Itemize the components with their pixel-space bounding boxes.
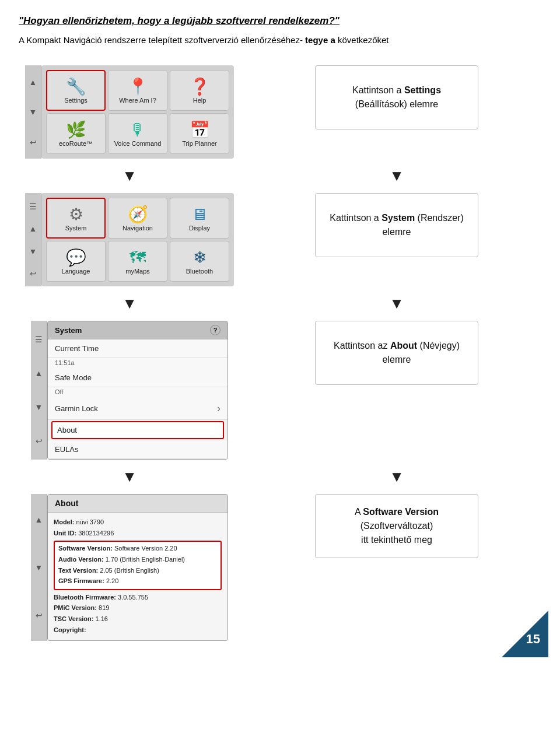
back-icon[interactable]: ↩ bbox=[30, 138, 37, 146]
arrow-up-3-icon[interactable]: ▲ bbox=[35, 369, 43, 377]
voice-icon: 🎙 bbox=[130, 122, 146, 138]
menu-item-settings[interactable]: 🔧 Settings bbox=[46, 70, 106, 111]
menu-item-bluetooth[interactable]: ❄ Bluetooth bbox=[170, 241, 229, 282]
step-2-right: Kattintson a System (Rendszer) elemre bbox=[240, 193, 541, 257]
display-icon: 🖥 bbox=[191, 206, 208, 223]
about-gps-firmware: GPS Firmware: 2.20 bbox=[58, 576, 217, 587]
settings-list-frame: System ? Current Time 11:51a Safe Mode O… bbox=[47, 321, 228, 460]
step-4-row: ▲ ▼ ↩ About Model: nüvi 3790 Unit ID: 38… bbox=[19, 489, 541, 646]
subtitle-bold: tegye a bbox=[305, 35, 335, 45]
about-unitid: Unit ID: 3802134296 bbox=[54, 528, 222, 539]
language-icon: 💬 bbox=[66, 250, 86, 266]
arrow-row-3: ▼ ▼ bbox=[19, 464, 541, 489]
menu-item-navigation[interactable]: 🧭 Navigation bbox=[108, 198, 167, 239]
arrow-row-1: ▼ ▼ bbox=[19, 163, 541, 188]
menu-item-label-mymaps: myMaps bbox=[125, 268, 150, 275]
device-3-frame: ☰ ▲ ▼ ↩ System ? Current Time 11:51a Saf… bbox=[31, 321, 228, 460]
sidebar-controls-1: ▲ ▼ ↩ bbox=[25, 65, 41, 159]
device-2-frame: ☰ ▲ ▼ ↩ ⚙ System 🧭 bbox=[25, 193, 234, 286]
instruction-3-text: Kattintson az About (Névjegy) elemre bbox=[327, 339, 466, 367]
about-audio-version: Audio Version: 1.70 (British English-Dan… bbox=[58, 555, 217, 565]
menu-item-label-system: System bbox=[65, 225, 87, 232]
menu-item-label-language: Language bbox=[62, 268, 90, 275]
menu-item-label-settings: Settings bbox=[64, 97, 88, 104]
menu-item-label-trip: Trip Planner bbox=[182, 140, 217, 147]
menu-item-label-navigation: Navigation bbox=[123, 225, 153, 232]
instruction-1-bold: Settings bbox=[404, 85, 441, 95]
settings-item-currenttime[interactable]: Current Time bbox=[48, 339, 228, 358]
settings-header: System ? bbox=[48, 321, 228, 339]
pin-icon: 📍 bbox=[128, 79, 148, 95]
down-arrow-1-right: ▼ bbox=[240, 163, 541, 188]
down-arrow-1-left: ▼ bbox=[19, 163, 240, 188]
step-1-right: Kattintson a Settings(Beállítások) elemr… bbox=[240, 65, 541, 129]
page-corner-triangle bbox=[502, 611, 548, 657]
subtitle: A Kompakt Navigáció rendszerre telepítet… bbox=[19, 34, 541, 47]
about-header: About bbox=[48, 495, 228, 513]
instruction-4-bold: Software Version bbox=[363, 507, 439, 517]
step-3-right: Kattintson az About (Névjegy) elemre bbox=[240, 321, 541, 385]
arrow-up-icon[interactable]: ▲ bbox=[29, 78, 37, 86]
about-highlighted-block: Software Version: Software Version 2.20 … bbox=[54, 541, 222, 590]
about-sw-version: Software Version: Software Version 2.20 bbox=[58, 544, 217, 554]
instruction-2-text: Kattintson a System (Rendszer) elemre bbox=[327, 211, 466, 239]
step-4-left: ▲ ▼ ↩ About Model: nüvi 3790 Unit ID: 38… bbox=[19, 494, 240, 641]
steps-grid: ▲ ▼ ↩ 🔧 Settings 📍 bbox=[19, 61, 541, 646]
page-number: 15 bbox=[526, 632, 540, 647]
menu-item-label-ecoroute: ecoRoute™ bbox=[59, 140, 93, 147]
menu-icon[interactable]: ☰ bbox=[29, 202, 37, 211]
settings-item-about[interactable]: About bbox=[51, 421, 224, 439]
step-2-row: ☰ ▲ ▼ ↩ ⚙ System 🧭 bbox=[19, 188, 541, 291]
nav-icon: 🧭 bbox=[128, 206, 148, 223]
menu-item-system[interactable]: ⚙ System bbox=[46, 198, 106, 239]
bluetooth-icon: ❄ bbox=[193, 250, 206, 266]
settings-icon: 🔧 bbox=[66, 79, 86, 95]
arrow-up-4-icon[interactable]: ▲ bbox=[35, 516, 43, 524]
instruction-2-bold: System bbox=[382, 213, 415, 223]
page-number-container: 15 bbox=[502, 611, 548, 657]
settings-item-eulas[interactable]: EULAs bbox=[48, 440, 228, 459]
menu-item-language[interactable]: 💬 Language bbox=[46, 241, 106, 282]
menu-item-whereami[interactable]: 📍 Where Am I? bbox=[108, 70, 167, 111]
back-2-icon[interactable]: ↩ bbox=[30, 269, 37, 278]
arrow-down-2-icon[interactable]: ▼ bbox=[29, 247, 37, 255]
maps-icon: 🗺 bbox=[130, 250, 146, 266]
menu-item-voice[interactable]: 🎙 Voice Command bbox=[108, 113, 167, 154]
leaf-icon: 🌿 bbox=[66, 122, 86, 138]
menu-item-mymaps[interactable]: 🗺 myMaps bbox=[108, 241, 167, 282]
menu-grid-inner-2: ⚙ System 🧭 Navigation 🖥 Display bbox=[46, 198, 229, 282]
menu-3-icon[interactable]: ☰ bbox=[35, 335, 43, 344]
settings-item-garminlock[interactable]: Garmin Lock bbox=[48, 398, 228, 420]
subtitle-prefix: A Kompakt Navigáció rendszerre telepítet… bbox=[19, 35, 303, 45]
device-4-frame: ▲ ▼ ↩ About Model: nüvi 3790 Unit ID: 38… bbox=[31, 494, 228, 641]
sidebar-controls-2: ☰ ▲ ▼ ↩ bbox=[25, 193, 41, 286]
down-arrow-3-right: ▼ bbox=[240, 464, 541, 489]
menu-item-help[interactable]: ❓ Help bbox=[170, 70, 229, 111]
about-content: Model: nüvi 3790 Unit ID: 3802134296 Sof… bbox=[48, 513, 228, 640]
menu-item-label-voice: Voice Command bbox=[114, 140, 162, 147]
settings-item-safemode-val: Off bbox=[48, 387, 228, 398]
arrow-up-2-icon[interactable]: ▲ bbox=[29, 225, 37, 233]
step-1-left: ▲ ▼ ↩ 🔧 Settings 📍 bbox=[19, 65, 240, 159]
menu-item-display[interactable]: 🖥 Display bbox=[170, 198, 229, 239]
back-3-icon[interactable]: ↩ bbox=[36, 437, 43, 445]
back-4-icon[interactable]: ↩ bbox=[36, 611, 43, 619]
instruction-3-bold: About bbox=[390, 341, 417, 351]
arrow-down-4-icon[interactable]: ▼ bbox=[35, 563, 43, 572]
instruction-4-text: A Software Version(Szoftverváltozat)itt … bbox=[355, 505, 439, 547]
menu-grid-inner-1: 🔧 Settings 📍 Where Am I? ❓ Help bbox=[46, 70, 229, 154]
menu-item-label-whereami: Where Am I? bbox=[119, 97, 156, 104]
settings-title: System bbox=[55, 326, 82, 335]
settings-item-currenttime-val: 11:51a bbox=[48, 358, 228, 369]
menu-item-label-display: Display bbox=[189, 225, 210, 232]
about-model: Model: nüvi 3790 bbox=[54, 517, 222, 528]
menu-item-trip[interactable]: 📅 Trip Planner bbox=[170, 113, 229, 154]
help-icon[interactable]: ? bbox=[210, 325, 220, 335]
arrow-down-icon[interactable]: ▼ bbox=[29, 108, 37, 116]
menu-item-ecoroute[interactable]: 🌿 ecoRoute™ bbox=[46, 113, 106, 154]
arrow-down-3-icon[interactable]: ▼ bbox=[35, 403, 43, 411]
step-2-left: ☰ ▲ ▼ ↩ ⚙ System 🧭 bbox=[19, 193, 240, 286]
settings-item-safemode[interactable]: Safe Mode bbox=[48, 369, 228, 387]
about-copyright: Copyright: bbox=[54, 625, 222, 636]
step-3-row: ☰ ▲ ▼ ↩ System ? Current Time 11:51a Saf… bbox=[19, 316, 541, 464]
